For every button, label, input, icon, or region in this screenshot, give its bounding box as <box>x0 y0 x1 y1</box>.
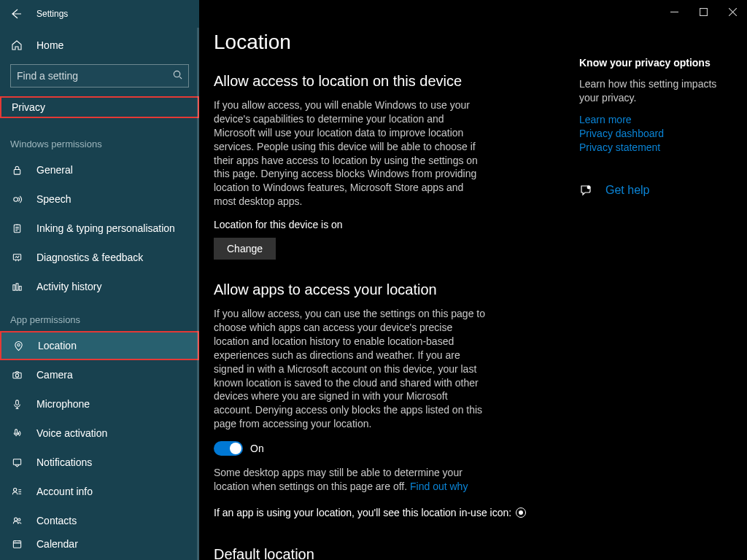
svg-rect-11 <box>15 400 18 405</box>
section-heading-device-access: Allow access to location on this device <box>214 73 549 90</box>
aside-heading: Know your privacy options <box>579 57 732 69</box>
minimize-button[interactable] <box>659 0 689 23</box>
sidebar: Settings Home Privacy Windows permission… <box>0 0 199 560</box>
device-location-status: Location for this device is on <box>214 219 549 230</box>
learn-more-link[interactable]: Learn more <box>579 114 732 125</box>
sidebar-item-calendar[interactable]: Calendar <box>0 535 199 553</box>
home-label: Home <box>36 39 63 51</box>
sidebar-item-label: Inking & typing personalisation <box>36 222 175 234</box>
sidebar-item-speech[interactable]: Speech <box>0 184 199 214</box>
privacy-statement-link[interactable]: Privacy statement <box>579 141 732 153</box>
main-area: Location Allow access to location on thi… <box>199 0 747 560</box>
svg-point-0 <box>174 71 179 77</box>
speech-icon <box>10 194 23 205</box>
svg-rect-17 <box>13 540 20 547</box>
sidebar-item-account-info[interactable]: Account info <box>0 477 199 506</box>
svg-rect-13 <box>13 459 20 464</box>
sidebar-item-label: Calendar <box>36 538 78 550</box>
inuse-text: If an app is using your location, you'll… <box>214 507 511 518</box>
location-icon <box>12 341 25 351</box>
section-heading-default-location: Default location <box>214 546 549 560</box>
svg-point-16 <box>18 518 20 521</box>
svg-point-8 <box>17 343 19 346</box>
sidebar-item-label: Activity history <box>36 281 101 292</box>
window-title: Settings <box>36 9 68 19</box>
sidebar-item-label: Microphone <box>36 398 90 410</box>
svg-point-2 <box>13 197 18 201</box>
desktop-apps-note: Some desktop apps may still be able to d… <box>214 466 487 494</box>
sidebar-item-label: Voice activation <box>36 427 107 439</box>
sidebar-item-label: Location <box>38 340 77 351</box>
lock-icon <box>10 165 23 176</box>
clipboard-icon <box>10 223 23 234</box>
svg-point-19 <box>587 185 591 189</box>
back-button[interactable] <box>9 7 23 21</box>
search-input[interactable] <box>10 64 189 88</box>
home-icon <box>10 39 23 51</box>
sidebar-item-label: Camera <box>36 369 73 381</box>
section-title-app-permissions: App permissions <box>0 301 199 331</box>
svg-rect-12 <box>15 429 17 433</box>
svg-rect-18 <box>700 8 707 15</box>
find-out-why-link[interactable]: Find out why <box>410 481 468 492</box>
aside-panel: Know your privacy options Learn how this… <box>579 0 747 560</box>
sidebar-item-inking[interactable]: Inking & typing personalisation <box>0 214 199 243</box>
svg-rect-5 <box>12 284 15 290</box>
apps-location-toggle[interactable] <box>214 441 243 456</box>
toggle-state-label: On <box>250 443 264 454</box>
svg-rect-6 <box>16 283 18 289</box>
feedback-icon <box>10 252 23 263</box>
section-body-device-access: If you allow access, you will enable Win… <box>214 98 487 209</box>
activity-icon <box>10 281 23 292</box>
privacy-dashboard-link[interactable]: Privacy dashboard <box>579 128 732 139</box>
maximize-button[interactable] <box>689 0 718 23</box>
sidebar-item-label: Speech <box>36 193 71 205</box>
section-title-windows-permissions: Windows permissions <box>0 125 199 155</box>
change-button[interactable]: Change <box>214 238 276 260</box>
sidebar-item-notifications[interactable]: Notifications <box>0 448 199 477</box>
sidebar-item-diagnostics[interactable]: Diagnostics & feedback <box>0 243 199 272</box>
section-heading-apps-access: Allow apps to access your location <box>214 281 549 298</box>
search-box[interactable] <box>10 64 189 88</box>
svg-rect-7 <box>19 286 21 290</box>
notifications-icon <box>10 457 23 468</box>
location-in-use-icon <box>516 508 526 518</box>
voice-icon <box>10 428 23 439</box>
camera-icon <box>10 370 23 381</box>
svg-point-10 <box>15 373 18 376</box>
contacts-icon <box>10 516 23 526</box>
account-icon <box>10 486 23 497</box>
svg-point-14 <box>14 488 17 491</box>
sidebar-item-general[interactable]: General <box>0 155 199 184</box>
sidebar-item-voice-activation[interactable]: Voice activation <box>0 419 199 448</box>
sidebar-item-label: Account info <box>36 486 93 497</box>
section-body-apps-access: If you allow access, you can use the set… <box>214 307 487 431</box>
sidebar-item-contacts[interactable]: Contacts <box>0 506 199 535</box>
sidebar-item-label: Notifications <box>36 456 92 468</box>
privacy-header[interactable]: Privacy <box>0 96 199 118</box>
titlebar <box>659 0 747 23</box>
close-button[interactable] <box>718 0 747 23</box>
sidebar-item-label: General <box>36 164 73 176</box>
search-icon <box>172 69 183 80</box>
get-help-link[interactable]: Get help <box>605 184 649 197</box>
help-icon <box>579 184 592 197</box>
svg-point-15 <box>14 518 17 521</box>
microphone-icon <box>10 399 23 410</box>
page-title: Location <box>214 31 549 54</box>
privacy-label: Privacy <box>12 101 45 113</box>
aside-body: Learn how this setting impacts your priv… <box>579 77 732 105</box>
sidebar-item-camera[interactable]: Camera <box>0 360 199 389</box>
sidebar-item-location[interactable]: Location <box>0 331 199 360</box>
svg-rect-1 <box>14 169 20 174</box>
home-button[interactable]: Home <box>0 32 199 58</box>
calendar-icon <box>10 539 23 550</box>
sidebar-item-label: Diagnostics & feedback <box>36 252 143 263</box>
sidebar-item-label: Contacts <box>36 515 77 526</box>
sidebar-item-activity[interactable]: Activity history <box>0 272 199 301</box>
sidebar-item-microphone[interactable]: Microphone <box>0 389 199 419</box>
